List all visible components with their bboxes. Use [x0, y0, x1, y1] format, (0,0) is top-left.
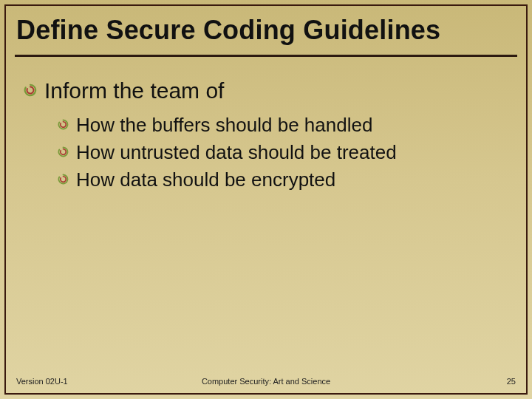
footer-version: Version 02U-1 [16, 377, 68, 386]
bullet-text: How untrusted data should be treated [76, 140, 397, 166]
footer-page: 25 [507, 377, 516, 386]
footer-title: Computer Security: Art and Science [16, 377, 516, 386]
bullet-text: How data should be encrypted [76, 167, 335, 193]
footer: Version 02U-1 Computer Security: Art and… [16, 377, 516, 386]
swirl-bullet-icon [24, 83, 37, 97]
swirl-bullet-icon [58, 174, 69, 185]
bullet-level2: How data should be encrypted [58, 167, 510, 193]
slide-frame [4, 4, 528, 395]
title-underline [15, 55, 517, 57]
swirl-bullet-icon [58, 119, 69, 130]
bullet-level1: Inform the team of [24, 77, 510, 105]
content-area: Inform the team of How the buffers shoul… [24, 77, 510, 194]
bullet-text: How the buffers should be handled [76, 112, 372, 138]
bullet-level2: How the buffers should be handled [58, 112, 510, 138]
bullet-level2: How untrusted data should be treated [58, 140, 510, 166]
swirl-bullet-icon [58, 146, 69, 157]
slide: Define Secure Coding Guidelines Inform t… [0, 0, 532, 399]
bullet-text: Inform the team of [44, 77, 224, 105]
slide-title: Define Secure Coding Guidelines [16, 15, 516, 46]
